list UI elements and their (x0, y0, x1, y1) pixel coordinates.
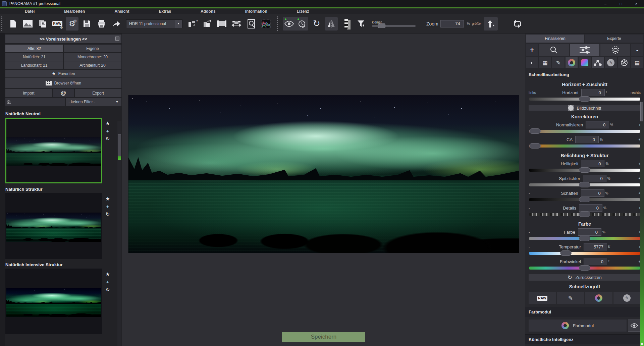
menu-information[interactable]: Information (230, 9, 282, 14)
category-landschaft[interactable]: Landschaft: 21 (5, 61, 63, 69)
hdr-project-dropdown[interactable]: HDR 11 professional ▼ (126, 19, 182, 28)
tab-finalisieren[interactable]: Finalisieren (526, 35, 584, 43)
normalize-slider[interactable] (529, 130, 640, 133)
ai-filter-database-item[interactable]: AI-Filter Datenbank (525, 344, 644, 346)
panorama-image[interactable] (128, 95, 519, 253)
horizon-value-field[interactable]: 0 (581, 89, 605, 96)
hue-slider-handle[interactable] (579, 265, 590, 271)
settings-gears-icon[interactable]: ⚙⚙ (66, 17, 78, 31)
new-project-icon[interactable] (7, 17, 19, 31)
normalize-slider-handle[interactable] (529, 128, 541, 134)
color-value-field[interactable]: 0 (578, 228, 601, 236)
horizon-slider[interactable] (529, 98, 640, 101)
brightness-value-field[interactable]: 0 (581, 160, 604, 167)
image-canvas[interactable]: Speichern (122, 34, 525, 346)
preset-thumbnail-selected[interactable] (5, 118, 102, 183)
nodes-tool-icon[interactable] (592, 57, 604, 68)
farbmodul-button[interactable]: Farbmodul (529, 320, 627, 332)
temperature-value-field[interactable]: 5777 (584, 243, 607, 250)
dither-checker-icon[interactable] (340, 17, 353, 31)
brightness-slider[interactable] (529, 169, 640, 172)
contrast-tool-icon[interactable]: ◐ (526, 57, 538, 68)
export-button[interactable]: Export (75, 89, 121, 97)
menu-addons[interactable]: Addons (186, 9, 230, 14)
highlights-slider-handle[interactable] (579, 182, 590, 187)
menu-extras[interactable]: Extras (144, 9, 186, 14)
report-doc-icon[interactable]: ▤ (631, 57, 643, 68)
minimize-button[interactable]: – (598, 0, 613, 7)
details-slider-handle[interactable] (579, 212, 590, 217)
aperture-tool-icon[interactable] (618, 57, 630, 68)
filter-dropdown-arrow[interactable]: ▼ (113, 100, 121, 104)
favorite-star-icon[interactable]: ★ (105, 196, 110, 201)
filter-dropdown[interactable]: - keinen Filter - ▼ (66, 98, 121, 106)
menu-lizenz[interactable]: Lizenz (282, 9, 324, 14)
raw-import-icon[interactable]: RAW ⚙ (51, 17, 64, 31)
quick-colorwheel-button[interactable] (585, 292, 612, 304)
denoise-tool-icon[interactable]: ▦ (539, 57, 551, 68)
category-monochrome[interactable]: Monochrome: 20 (64, 53, 121, 61)
transfer-settings-icon[interactable] (201, 17, 213, 31)
filter-funnel-icon[interactable] (355, 17, 367, 31)
highlights-value-field[interactable]: 0 (583, 175, 606, 182)
auto-gear-button[interactable] (600, 44, 630, 56)
category-eigene[interactable]: Eigene (64, 45, 121, 52)
menu-datei[interactable]: Datei (10, 9, 49, 14)
quick-brush-button[interactable]: ✎ (557, 292, 584, 304)
close-button[interactable]: × (629, 0, 644, 7)
histogram-icon[interactable] (260, 17, 272, 31)
zoom-slider-thumb[interactable] (378, 23, 385, 28)
presets-header[interactable]: >> Voreinstellungen << (5, 35, 121, 43)
normalize-value-field[interactable]: 0 (586, 121, 609, 128)
open-image-icon[interactable] (21, 17, 34, 31)
ca-slider[interactable] (529, 145, 640, 148)
tab-experte[interactable]: Experte (585, 35, 643, 43)
pin-icon[interactable] (115, 37, 119, 41)
ca-value-field[interactable]: 0 (575, 136, 599, 143)
favorite-star-icon[interactable]: ★ (105, 121, 110, 126)
category-natuerlich[interactable]: Natürlich: 21 (5, 53, 63, 61)
import-button[interactable]: Import (5, 89, 52, 97)
preset-thumbnail[interactable] (5, 193, 102, 259)
zoom-slider[interactable] (372, 25, 416, 27)
maximize-button[interactable]: □ (613, 0, 629, 7)
fit-view-icon[interactable] (484, 17, 498, 31)
panel-scrollbar-end[interactable] (641, 343, 643, 345)
preset-list-scrollbar[interactable] (117, 121, 121, 346)
horizon-slider-handle[interactable] (579, 96, 590, 102)
category-architektur[interactable]: Architektur: 20 (64, 61, 121, 69)
add-preset-icon[interactable]: + (106, 129, 109, 133)
quick-retouch-button[interactable]: ✎ (613, 292, 641, 304)
email-preset-button[interactable]: @ (53, 89, 74, 97)
category-alle[interactable]: Alle: 82 (5, 45, 63, 52)
farbmodul-visibility-toggle[interactable] (628, 320, 641, 332)
panorama-width-icon[interactable] (230, 17, 243, 31)
shadows-value-field[interactable]: 0 (581, 189, 604, 197)
zoom-value-field[interactable]: 74 (440, 20, 464, 27)
brush-tool-icon[interactable]: ✎ (552, 57, 564, 68)
refresh-icon[interactable]: ↻ (310, 17, 323, 31)
search-tool-button[interactable] (539, 44, 569, 56)
toolbar-drag-handle[interactable] (1, 16, 3, 31)
details-slider[interactable] (529, 213, 640, 216)
copy-image-icon[interactable] (36, 17, 49, 31)
preview-loupe-icon[interactable] (245, 17, 258, 31)
add-panel-button[interactable]: + (526, 44, 538, 56)
temperature-slider[interactable] (529, 252, 640, 255)
colorcube-tool-icon[interactable] (579, 57, 591, 68)
rotate-crop-icon[interactable] (511, 17, 524, 31)
favorite-star-icon[interactable]: ★ (105, 272, 110, 277)
batch-processing-icon[interactable]: ▼ (186, 17, 199, 31)
reapply-preset-icon[interactable]: ↻ (106, 212, 110, 217)
hue-value-field[interactable]: 0 (584, 258, 607, 265)
remove-panel-button[interactable]: - (631, 44, 643, 56)
brightness-slider-handle[interactable] (579, 167, 590, 173)
details-value-field[interactable]: 0 (579, 204, 602, 212)
quick-raw-button[interactable]: RAW (529, 292, 556, 304)
preset-thumbnail[interactable] (5, 269, 102, 334)
highlights-slider[interactable] (529, 183, 640, 186)
panel-scrollbar-thumb[interactable] (640, 102, 643, 121)
temperature-slider-handle[interactable] (560, 250, 572, 256)
export-share-icon[interactable] (110, 17, 123, 31)
sliders-tool-button[interactable] (570, 44, 600, 56)
